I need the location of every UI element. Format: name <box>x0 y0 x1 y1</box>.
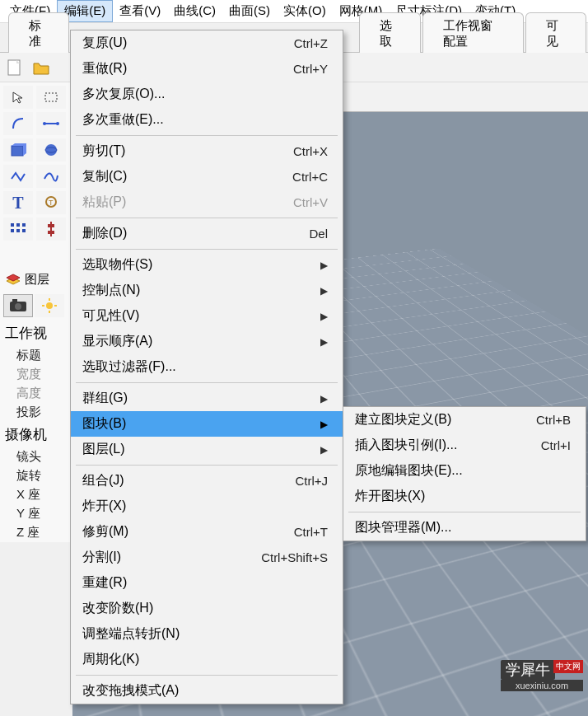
sun-icon[interactable] <box>35 294 64 317</box>
submenu-item-label: 建立图块定义(B) <box>355 411 451 428</box>
camera-icon[interactable] <box>3 294 33 317</box>
camera-title: 摄像机 <box>0 422 72 447</box>
menu-item[interactable]: 删除(D)Del <box>71 221 343 246</box>
watermark-badge: 中文网 <box>553 660 583 673</box>
line-tool-icon[interactable] <box>36 112 66 135</box>
prop-title: 标题 <box>0 346 72 365</box>
svg-rect-15 <box>22 229 26 232</box>
menu-view[interactable]: 查看(V) <box>113 1 167 21</box>
watermark-text: 学犀牛 <box>501 660 555 680</box>
menu-item-label: 选取过滤器(F)... <box>82 358 176 376</box>
menu-item-shortcut: Ctrl+Z <box>294 36 328 50</box>
menu-item[interactable]: 复原(U)Ctrl+Z <box>71 30 343 56</box>
svg-point-20 <box>15 303 21 310</box>
text-tool-icon[interactable]: T <box>3 191 33 214</box>
menu-item[interactable]: 选取物件(S)▶ <box>71 252 343 278</box>
menu-item[interactable]: 组合(J)Ctrl+J <box>71 468 343 494</box>
menu-item-shortcut: Ctrl+V <box>293 195 328 209</box>
prop-height: 高度 <box>0 384 72 403</box>
layers-label: 图层 <box>25 272 49 288</box>
submenu-item-shortcut: Ctrl+B <box>536 413 571 427</box>
grid-tool-icon[interactable] <box>3 218 33 241</box>
menu-item-label: 多次复原(O)... <box>82 86 165 103</box>
menu-separator <box>76 249 338 250</box>
menu-item[interactable]: 周期化(K) <box>71 647 343 672</box>
menu-item-label: 调整端点转折(N) <box>82 625 180 643</box>
submenu-arrow-icon: ▶ <box>320 336 328 348</box>
menu-item[interactable]: 剪切(T)Ctrl+X <box>71 138 343 164</box>
menu-separator <box>76 135 338 136</box>
menu-item[interactable]: 显示顺序(A)▶ <box>71 329 343 354</box>
layers-panel-header[interactable]: 图层 <box>0 269 72 291</box>
align-tool-icon[interactable] <box>36 218 66 241</box>
text-balloon-tool-icon[interactable]: T <box>36 191 66 214</box>
menu-item[interactable]: 图块(B)▶ <box>71 411 343 437</box>
menu-item[interactable]: 多次复原(O)... <box>71 82 343 107</box>
menu-item[interactable]: 分割(I)Ctrl+Shift+S <box>71 545 343 570</box>
tab-viewport-config[interactable]: 工作视窗配置 <box>422 12 524 53</box>
submenu-arrow-icon: ▶ <box>320 311 328 322</box>
svg-point-4 <box>56 122 59 125</box>
polyline-tool-icon[interactable] <box>3 165 33 188</box>
menu-item-shortcut: Ctrl+X <box>293 144 328 158</box>
menu-item-label: 图块(B) <box>82 415 126 433</box>
menu-item-label: 改变阶数(H) <box>82 600 153 617</box>
menu-separator <box>348 512 581 512</box>
box-tool-icon[interactable] <box>3 138 33 161</box>
tab-standard[interactable]: 标准 <box>8 12 69 53</box>
menu-item[interactable]: 多次重做(E)... <box>71 107 343 133</box>
menu-item-label: 复制(C) <box>82 168 127 185</box>
menu-item[interactable]: 炸开(X) <box>71 494 343 519</box>
menu-solid[interactable]: 实体(O) <box>277 1 333 21</box>
menu-item-shortcut: Ctrl+Y <box>293 62 328 76</box>
menu-item-label: 删除(D) <box>82 225 127 242</box>
menu-item[interactable]: 修剪(M)Ctrl+T <box>71 519 343 545</box>
submenu-item[interactable]: 图块管理器(M)... <box>343 515 586 541</box>
menu-item[interactable]: 图层(L)▶ <box>71 437 343 462</box>
lasso-tool-icon[interactable] <box>36 86 66 109</box>
svg-rect-21 <box>12 299 17 302</box>
menu-item-shortcut: Del <box>309 227 328 241</box>
menu-surface[interactable]: 曲面(S) <box>222 1 277 21</box>
arc-tool-icon[interactable] <box>3 112 33 135</box>
menu-item-label: 修剪(M) <box>82 523 128 541</box>
menu-item[interactable]: 可见性(V)▶ <box>71 303 343 329</box>
submenu-arrow-icon: ▶ <box>320 444 328 456</box>
submenu-item[interactable]: 原地编辑图块(E)... <box>343 458 586 484</box>
menu-item-label: 重建(R) <box>82 574 127 592</box>
menu-separator <box>76 675 338 676</box>
cursor-tool-icon[interactable] <box>3 86 33 109</box>
sphere-tool-icon[interactable] <box>36 138 66 161</box>
menu-item[interactable]: 复制(C)Ctrl+C <box>71 164 343 190</box>
tab-visible[interactable]: 可见 <box>525 12 586 53</box>
menu-item-shortcut: Ctrl+T <box>294 525 328 539</box>
svg-rect-13 <box>11 229 14 232</box>
submenu-item[interactable]: 插入图块引例(I)...Ctrl+I <box>343 433 586 458</box>
tab-select[interactable]: 选取 <box>359 12 420 53</box>
menu-item-label: 多次重做(E)... <box>82 111 164 129</box>
svg-rect-14 <box>16 229 20 232</box>
watermark-url: xuexiniu.com <box>501 680 583 691</box>
menu-item[interactable]: 控制点(N)▶ <box>71 278 343 303</box>
menu-item[interactable]: 改变拖拽模式(A) <box>71 678 343 704</box>
submenu-item[interactable]: 炸开图块(X) <box>343 484 586 509</box>
open-file-icon[interactable] <box>30 56 53 79</box>
svg-point-22 <box>46 302 53 309</box>
menu-item[interactable]: 选取过滤器(F)... <box>71 354 343 380</box>
menu-curve[interactable]: 曲线(C) <box>167 1 222 21</box>
menu-item[interactable]: 重做(R)Ctrl+Y <box>71 56 343 82</box>
menu-item[interactable]: 调整端点转折(N) <box>71 621 343 647</box>
curve-tool-icon[interactable] <box>36 165 66 188</box>
submenu-item[interactable]: 建立图块定义(B)Ctrl+B <box>343 407 586 433</box>
menu-item-label: 重做(R) <box>82 60 127 77</box>
menu-item[interactable]: 群组(G)▶ <box>71 386 343 411</box>
watermark: 学犀牛中文网 xuexiniu.com <box>501 660 583 691</box>
submenu-item-label: 插入图块引例(I)... <box>355 437 457 454</box>
menu-item[interactable]: 重建(R) <box>71 570 343 596</box>
menu-item-label: 炸开(X) <box>82 498 126 515</box>
svg-rect-17 <box>48 224 54 227</box>
new-file-icon[interactable] <box>3 56 26 79</box>
menu-item-label: 群组(G) <box>82 390 128 407</box>
submenu-arrow-icon: ▶ <box>320 419 328 430</box>
menu-item[interactable]: 改变阶数(H) <box>71 596 343 621</box>
